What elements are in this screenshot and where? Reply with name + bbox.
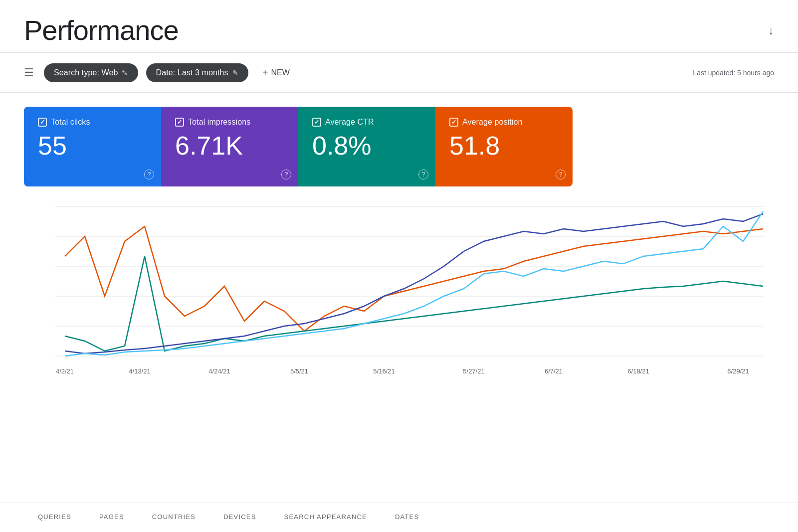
metric-label-row-clicks: Total clicks xyxy=(38,118,147,127)
tab-dates[interactable]: DATES xyxy=(381,503,433,532)
date-label: Date: Last 3 months xyxy=(156,68,228,77)
svg-text:4/2/21: 4/2/21 xyxy=(56,367,74,375)
toolbar: ☰ Search type: Web ✎ Date: Last 3 months… xyxy=(0,53,798,93)
metric-label-impressions: Total impressions xyxy=(188,118,250,127)
page-wrapper: Performance ↓ ☰ Search type: Web ✎ Date:… xyxy=(0,0,798,532)
chart-area: 4/2/21 4/13/21 4/24/21 5/5/21 5/16/21 5/… xyxy=(24,186,774,403)
metric-value-impressions: 6.71K xyxy=(175,132,284,160)
svg-text:6/18/21: 6/18/21 xyxy=(627,367,649,375)
metric-help-impressions[interactable]: ? xyxy=(281,170,291,179)
metric-label-clicks: Total clicks xyxy=(51,118,90,127)
metric-label-position: Average position xyxy=(462,118,523,127)
tab-devices[interactable]: DEVICES xyxy=(209,503,270,532)
bottom-tabs: QUERIES PAGES COUNTRIES DEVICES SEARCH A… xyxy=(0,503,798,532)
svg-text:6/29/21: 6/29/21 xyxy=(727,367,749,375)
tab-queries[interactable]: QUERIES xyxy=(24,503,85,532)
metric-cards: Total clicks 55 ? Total impressions 6.71… xyxy=(24,107,573,186)
metric-value-ctr: 0.8% xyxy=(312,132,421,160)
download-icon[interactable]: ↓ xyxy=(768,23,774,37)
performance-chart: 4/2/21 4/13/21 4/24/21 5/5/21 5/16/21 5/… xyxy=(24,196,774,386)
metric-checkbox-position[interactable] xyxy=(449,118,458,127)
svg-text:6/7/21: 6/7/21 xyxy=(545,367,563,375)
svg-text:5/16/21: 5/16/21 xyxy=(373,367,395,375)
tab-pages[interactable]: PAGES xyxy=(85,503,138,532)
svg-text:5/5/21: 5/5/21 xyxy=(290,367,308,375)
plus-icon: + xyxy=(262,67,268,78)
page-title: Performance xyxy=(24,14,179,46)
metric-label-row-ctr: Average CTR xyxy=(312,118,421,127)
metric-card-position: Average position 51.8 ? xyxy=(435,107,573,186)
metric-label-row-position: Average position xyxy=(449,118,559,127)
new-button[interactable]: + NEW xyxy=(256,62,296,83)
date-button[interactable]: Date: Last 3 months ✎ xyxy=(146,63,248,82)
new-label: NEW xyxy=(271,68,289,77)
search-type-button[interactable]: Search type: Web ✎ xyxy=(44,63,138,82)
svg-text:4/13/21: 4/13/21 xyxy=(129,367,150,375)
edit-icon: ✎ xyxy=(122,69,128,77)
svg-text:4/24/21: 4/24/21 xyxy=(208,367,230,375)
metric-help-clicks[interactable]: ? xyxy=(144,170,154,179)
metric-help-ctr[interactable]: ? xyxy=(418,170,428,179)
tab-search-appearance[interactable]: SEARCH APPEARANCE xyxy=(270,503,381,532)
metric-card-clicks: Total clicks 55 ? xyxy=(24,107,161,186)
metric-value-position: 51.8 xyxy=(449,132,559,160)
metric-checkbox-ctr[interactable] xyxy=(312,118,321,127)
last-updated: Last updated: 5 hours ago xyxy=(693,69,774,77)
svg-text:5/27/21: 5/27/21 xyxy=(463,367,484,375)
filter-icon[interactable]: ☰ xyxy=(24,66,34,79)
metric-value-clicks: 55 xyxy=(38,132,147,160)
chart-svg-container: 4/2/21 4/13/21 4/24/21 5/5/21 5/16/21 5/… xyxy=(24,196,774,388)
search-type-label: Search type: Web xyxy=(54,68,118,77)
metric-card-impressions: Total impressions 6.71K ? xyxy=(161,107,298,186)
date-edit-icon: ✎ xyxy=(232,69,238,77)
metric-checkbox-impressions[interactable] xyxy=(175,118,184,127)
metric-label-ctr: Average CTR xyxy=(325,118,374,127)
metric-label-row-impressions: Total impressions xyxy=(175,118,284,127)
main-content: Total clicks 55 ? Total impressions 6.71… xyxy=(0,93,798,417)
metric-checkbox-clicks[interactable] xyxy=(38,118,47,127)
tab-countries[interactable]: COUNTRIES xyxy=(138,503,209,532)
page-header: Performance ↓ xyxy=(0,0,798,53)
metric-help-position[interactable]: ? xyxy=(556,170,566,179)
metric-card-ctr: Average CTR 0.8% ? xyxy=(298,107,435,186)
